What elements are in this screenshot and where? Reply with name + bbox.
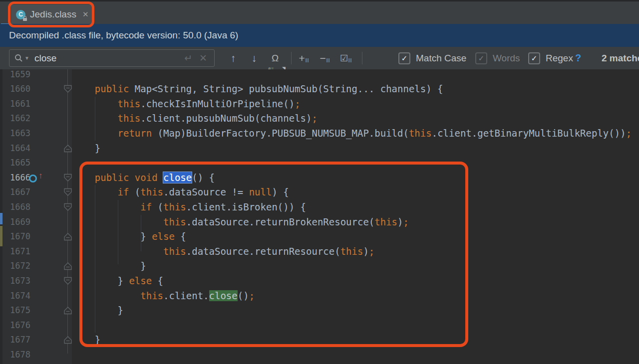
code-text: } (72, 303, 123, 318)
code-line: 1669 this.dataSource.returnBrokenResourc… (0, 215, 639, 230)
fold-region-start-icon[interactable] (63, 174, 73, 184)
toggle-match-case[interactable]: ✓ Match Case (398, 47, 466, 69)
search-field[interactable]: ▼ close ↵ ✕ (9, 49, 215, 67)
search-history-dropdown-icon[interactable]: ▼ (24, 55, 29, 61)
code-line: 1668 if (this.client.isBroken()) { (0, 200, 639, 215)
insert-newline-icon[interactable]: ↵ (184, 52, 192, 64)
fold-region-end-icon[interactable] (63, 232, 73, 243)
code-line: 1674 this.client.close(); (0, 289, 639, 304)
line-number: 1679 (10, 363, 30, 364)
line-number: 1672 (10, 259, 30, 274)
editor-tab-bar: C Jedis.class ✕ (0, 0, 639, 25)
search-magnifier-icon[interactable]: ▼ (14, 54, 29, 63)
toggle-regex[interactable]: ✓ Regex (528, 47, 573, 69)
line-number: 1678 (10, 348, 30, 363)
code-line: 1664 } (0, 141, 639, 156)
select-all-occurrences-button[interactable]: ☑II (337, 47, 354, 69)
code-line: 1679 public void setDataSource(Pool<Jedi… (0, 363, 639, 364)
fold-region-end-icon[interactable] (63, 336, 73, 346)
fold-region-start-icon[interactable] (63, 203, 73, 213)
line-number: 1660 (10, 82, 30, 97)
code-line: 1666↑ public void close() { (0, 171, 639, 185)
line-number: 1667 (10, 185, 30, 200)
code-line: 1673 } else { (0, 274, 639, 289)
regex-checkbox-icon[interactable]: ✓ (528, 52, 540, 64)
code-text: this.dataSource.returnBrokenResource(thi… (72, 215, 409, 230)
code-text: } else { (72, 274, 163, 289)
code-editor[interactable]: 16591660 public Map<String, String> pubs… (0, 69, 639, 364)
clear-search-icon[interactable]: ✕ (199, 52, 207, 64)
line-number: 1662 (10, 111, 30, 126)
search-input[interactable]: close (34, 53, 184, 64)
next-occurrence-button[interactable]: ↓ (248, 47, 260, 69)
previous-occurrence-button[interactable]: ↑ (227, 47, 239, 69)
class-file-icon: C (16, 10, 25, 19)
toolbar-separator (362, 52, 362, 64)
code-text: } (72, 141, 100, 156)
code-line: 1675 } (0, 303, 639, 318)
line-number: 1668 (10, 200, 30, 215)
find-toolbar: ▼ close ↵ ✕ ↑ ↓ ΩALL◥ +II −II ☑II ▼ ✓ Ma… (0, 47, 639, 69)
match-case-checkbox-icon[interactable]: ✓ (398, 52, 410, 64)
tab-title: Jedis.class (30, 9, 76, 20)
line-number: 1676 (10, 318, 30, 333)
code-line: 1663 return (Map)BuilderFactory.PUBSUB_N… (0, 126, 639, 141)
code-text: public Map<String, String> pubsubNumSub(… (72, 82, 443, 97)
fold-region-start-icon[interactable] (63, 277, 73, 287)
code-line: 1670 } else { (0, 229, 639, 244)
code-line: 1676 (0, 318, 639, 333)
code-text: public void setDataSource(Pool<Jedis> je… (72, 363, 557, 364)
code-line: 1667 if (this.dataSource != null) { (0, 185, 639, 200)
toolbar-separator (291, 52, 292, 64)
code-line: 1665 (0, 156, 639, 171)
line-number: 1665 (10, 156, 30, 171)
code-text: } (72, 333, 100, 348)
line-number: 1675 (10, 303, 30, 318)
fold-region-start-icon[interactable] (63, 85, 73, 95)
find-all-button[interactable]: ΩALL◥ (268, 47, 283, 69)
code-line: 1662 this.client.pubsubNumSub(channels); (0, 111, 639, 126)
code-text: public void close() { (72, 171, 215, 185)
code-line: 1678 (0, 348, 639, 363)
line-number: 1671 (10, 244, 30, 259)
add-selection-button[interactable]: +II (297, 47, 312, 69)
tab-jedis-class[interactable]: C Jedis.class ✕ (11, 4, 94, 24)
search-status: 2 matches (602, 47, 639, 69)
line-number: 1659 (10, 69, 30, 82)
tab-close-icon[interactable]: ✕ (82, 10, 89, 19)
code-line: 1661 this.checkIsInMultiOrPipeline(); (0, 97, 639, 112)
code-line: 1671 this.dataSource.returnResource(this… (0, 244, 639, 259)
code-text: } (72, 259, 146, 274)
fold-region-end-icon[interactable] (63, 306, 73, 317)
toggle-words[interactable]: ✓ Words (475, 47, 520, 69)
decompiler-notification-banner: Decompiled .class file, bytecode version… (0, 24, 639, 47)
code-text: this.client.close(); (72, 289, 255, 304)
code-text: this.dataSource.returnResource(this); (72, 244, 374, 259)
code-line: 1677 } (0, 333, 639, 348)
code-text: } else { (72, 229, 186, 244)
line-number: 1663 (10, 126, 30, 141)
regex-help-icon[interactable]: ? (575, 47, 581, 69)
code-line: 1660 public Map<String, String> pubsubNu… (0, 82, 639, 97)
readonly-lock-icon (23, 18, 27, 21)
fold-region-end-icon[interactable] (63, 144, 73, 155)
ide-window: C Jedis.class ✕ Decompiled .class file, … (0, 0, 639, 364)
code-text: if (this.dataSource != null) { (72, 185, 289, 200)
words-checkbox-icon[interactable]: ✓ (475, 52, 487, 64)
overridden-method-marker-icon[interactable]: ↑ (29, 174, 47, 183)
line-number: 1666 (10, 171, 30, 185)
line-number: 1677 (10, 333, 30, 348)
line-number: 1669 (10, 215, 30, 230)
banner-text: Decompiled .class file, bytecode version… (9, 30, 238, 41)
line-number: 1670 (10, 229, 30, 244)
fold-region-start-icon[interactable] (63, 188, 73, 198)
line-number: 1673 (10, 274, 30, 289)
line-number: 1664 (10, 141, 30, 156)
fold-region-end-icon[interactable] (63, 262, 73, 272)
code-line: 1659 (0, 69, 639, 82)
code-line: 1672 } (0, 259, 639, 274)
code-text: this.checkIsInMultiOrPipeline(); (72, 97, 301, 112)
code-text: this.client.pubsubNumSub(channels); (72, 111, 318, 126)
line-number: 1661 (10, 97, 30, 112)
remove-selection-button[interactable]: −II (318, 47, 332, 69)
